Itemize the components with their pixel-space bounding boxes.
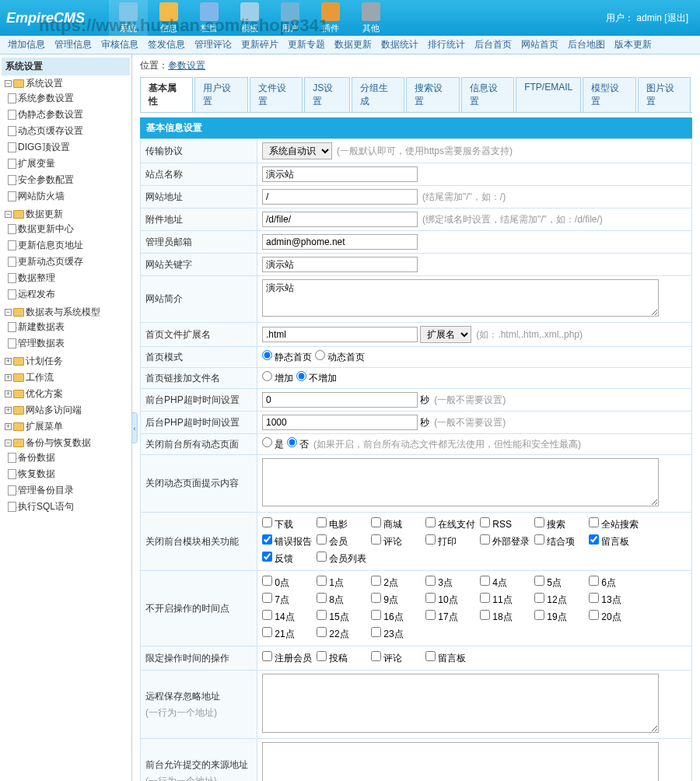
plus-icon[interactable]: + — [5, 407, 12, 414]
top-icon-模板[interactable]: 模板 — [230, 0, 269, 37]
tree-leaf-远程发布[interactable]: 远程发布 — [8, 288, 130, 301]
secbar-更新专题[interactable]: 更新专题 — [285, 38, 328, 51]
tab-文件设置[interactable]: 文件设置 — [250, 77, 303, 112]
secbar-更新碎片[interactable]: 更新碎片 — [238, 38, 282, 51]
cb-mod-错误报告[interactable] — [262, 534, 272, 545]
cb-hour-15[interactable] — [317, 610, 327, 620]
cb-mod-外部登录[interactable] — [480, 534, 490, 545]
plus-icon[interactable]: + — [5, 374, 12, 381]
cb-hour-3[interactable] — [425, 576, 436, 586]
secbar-后台首页[interactable]: 后台首页 — [471, 38, 515, 51]
cb-hour-12[interactable] — [534, 593, 544, 603]
cb-mod-结合项[interactable] — [534, 534, 544, 545]
cb-limit-留言板[interactable] — [425, 651, 436, 661]
tab-FTP/EMAIL[interactable]: FTP/EMAIL — [516, 77, 581, 112]
cb-hour-5[interactable] — [534, 576, 544, 586]
cb-limit-投稿[interactable] — [317, 651, 327, 661]
cb-hour-16[interactable] — [371, 610, 381, 620]
input-phptimeb[interactable] — [262, 415, 418, 430]
radio-no[interactable] — [287, 437, 297, 447]
tab-图片设置[interactable]: 图片设置 — [638, 77, 691, 112]
cb-mod-在线支付[interactable] — [425, 517, 436, 527]
top-icon-栏目[interactable]: 栏目 — [190, 0, 229, 37]
textarea-intro[interactable]: 演示站 — [262, 279, 659, 317]
cb-mod-留言板[interactable] — [589, 534, 599, 545]
cb-mod-搜索[interactable] — [534, 517, 544, 527]
secbar-签发信息[interactable]: 签发信息 — [145, 38, 188, 51]
secbar-后台地图[interactable]: 后台地图 — [565, 38, 608, 51]
cb-mod-打印[interactable] — [425, 534, 436, 545]
cb-hour-8[interactable] — [317, 593, 327, 603]
tree-leaf-备份数据[interactable]: 备份数据 — [8, 451, 130, 464]
tree-group-数据表与系统模型[interactable]: −数据表与系统模型 — [5, 306, 130, 319]
top-icon-用户[interactable]: 用户 — [271, 0, 310, 37]
tab-分组生成[interactable]: 分组生成 — [352, 77, 404, 112]
minus-icon[interactable]: − — [5, 309, 12, 316]
secbar-网站首页[interactable]: 网站首页 — [518, 38, 562, 51]
tree-group-优化方案[interactable]: +优化方案 — [5, 387, 130, 401]
tab-用户设置[interactable]: 用户设置 — [194, 77, 247, 112]
cb-hour-14[interactable] — [262, 610, 272, 620]
cb-hour-21[interactable] — [262, 627, 272, 637]
cb-hour-11[interactable] — [480, 593, 490, 603]
tab-基本属性[interactable]: 基本属性 — [140, 77, 193, 112]
tree-leaf-系统参数设置[interactable]: 系统参数设置 — [8, 92, 130, 105]
minus-icon[interactable]: − — [5, 440, 12, 447]
tree-leaf-网站防火墙[interactable]: 网站防火墙 — [8, 190, 130, 203]
cb-hour-20[interactable] — [589, 610, 599, 620]
cb-hour-17[interactable] — [425, 610, 436, 620]
cb-mod-评论[interactable] — [371, 534, 381, 545]
input-sitename[interactable] — [262, 166, 418, 182]
tree-group-扩展菜单[interactable]: +扩展菜单 — [5, 420, 130, 433]
cb-mod-会员列表[interactable] — [317, 552, 327, 562]
secbar-版本更新[interactable]: 版本更新 — [611, 38, 655, 51]
tab-搜索设置[interactable]: 搜索设置 — [406, 77, 459, 112]
tree-leaf-新建数据表[interactable]: 新建数据表 — [8, 320, 130, 334]
cb-hour-0[interactable] — [262, 576, 272, 586]
cb-hour-1[interactable] — [317, 576, 327, 586]
cb-mod-反馈[interactable] — [262, 552, 272, 562]
cb-hour-23[interactable] — [371, 627, 381, 637]
top-icon-系统[interactable]: 系统 — [109, 0, 148, 37]
tab-JS设置[interactable]: JS设置 — [304, 77, 350, 112]
input-phptimef[interactable] — [262, 392, 418, 408]
tree-leaf-执行SQL语句[interactable]: 执行SQL语句 — [8, 500, 130, 513]
tree-leaf-动态页缓存设置[interactable]: 动态页缓存设置 — [8, 124, 130, 138]
plus-icon[interactable]: + — [5, 358, 12, 365]
logout-link[interactable]: [退出] — [664, 12, 688, 23]
textarea-closedynmsg[interactable] — [262, 458, 659, 506]
radio-dynamic[interactable] — [315, 350, 325, 360]
radio-add[interactable] — [262, 371, 272, 381]
cb-mod-会员[interactable] — [317, 534, 327, 545]
tab-模型设置[interactable]: 模型设置 — [583, 77, 635, 112]
secbar-管理评论[interactable]: 管理评论 — [191, 38, 235, 51]
input-siteurl[interactable] — [262, 189, 418, 205]
secbar-增加信息[interactable]: 增加信息 — [5, 38, 48, 51]
cb-limit-评论[interactable] — [371, 651, 381, 661]
secbar-排行统计[interactable]: 排行统计 — [425, 38, 468, 51]
cb-mod-RSS[interactable] — [480, 517, 490, 527]
tree-leaf-数据整理[interactable]: 数据整理 — [8, 271, 130, 285]
secbar-数据更新[interactable]: 数据更新 — [331, 38, 375, 51]
tree-leaf-恢复数据[interactable]: 恢复数据 — [8, 468, 130, 481]
minus-icon[interactable]: − — [5, 80, 12, 87]
tree-leaf-更新动态页缓存[interactable]: 更新动态页缓存 — [8, 255, 130, 268]
cb-hour-18[interactable] — [480, 610, 490, 620]
tree-leaf-安全参数配置[interactable]: 安全参数配置 — [8, 173, 130, 187]
tree-leaf-更新信息页地址[interactable]: 更新信息页地址 — [8, 239, 130, 252]
cb-mod-下载[interactable] — [262, 517, 272, 527]
tree-group-工作流[interactable]: +工作流 — [5, 371, 130, 384]
cb-limit-注册会员[interactable] — [262, 651, 272, 661]
tree-leaf-伪静态参数设置[interactable]: 伪静态参数设置 — [8, 108, 130, 121]
cb-mod-电影[interactable] — [317, 517, 327, 527]
radio-static[interactable] — [262, 350, 272, 360]
cb-hour-19[interactable] — [534, 610, 544, 620]
tree-leaf-管理备份目录[interactable]: 管理备份目录 — [8, 484, 130, 497]
secbar-数据统计[interactable]: 数据统计 — [378, 38, 422, 51]
radio-noadd[interactable] — [296, 371, 306, 381]
cb-hour-4[interactable] — [480, 576, 490, 586]
cb-hour-22[interactable] — [317, 627, 327, 637]
top-icon-插件[interactable]: 插件 — [311, 0, 350, 37]
input-adminmail[interactable] — [262, 234, 418, 250]
cb-hour-2[interactable] — [371, 576, 381, 586]
